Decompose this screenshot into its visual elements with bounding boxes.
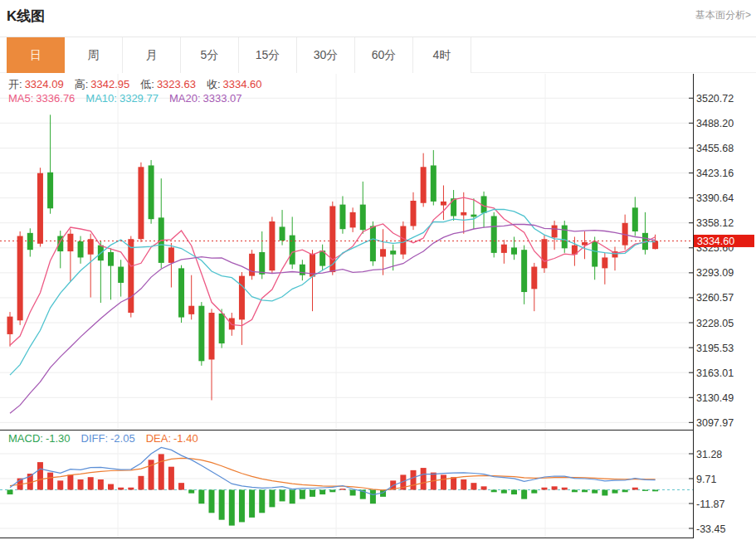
svg-text:-11.87: -11.87 bbox=[696, 499, 725, 510]
readout-pair: MACD:-1.30 bbox=[8, 432, 71, 445]
svg-text:3358.12: 3358.12 bbox=[696, 217, 734, 229]
svg-text:3260.57: 3260.57 bbox=[696, 292, 734, 304]
readout-pair: MA5:3336.76 bbox=[8, 92, 75, 105]
readout-pair: DEA:-1.40 bbox=[146, 432, 198, 445]
svg-text:3390.64: 3390.64 bbox=[696, 192, 734, 204]
readout-pair: 低:3323.63 bbox=[140, 78, 196, 90]
interval-tab-7[interactable]: 4时 bbox=[413, 37, 471, 73]
readout-pair: DIFF:-2.05 bbox=[81, 432, 135, 445]
readout-pair: 收:3334.60 bbox=[207, 78, 262, 90]
svg-text:3455.68: 3455.68 bbox=[696, 143, 734, 154]
svg-text:3488.20: 3488.20 bbox=[696, 118, 734, 129]
svg-text:3334.60: 3334.60 bbox=[697, 236, 734, 247]
interval-tab-6[interactable]: 60分 bbox=[355, 37, 413, 73]
interval-tab-0[interactable]: 日 bbox=[7, 37, 65, 73]
svg-text:3163.01: 3163.01 bbox=[696, 367, 734, 379]
interval-tab-band: 日周月5分15分30分60分4时 bbox=[0, 36, 756, 73]
kline-page: { "header": { "title": "K线图", "link": "基… bbox=[0, 0, 756, 540]
axis-labels: 3520.723488.203455.683423.163390.643358.… bbox=[689, 93, 734, 535]
header: K线图 基本面分析> bbox=[0, 0, 756, 36]
interval-tab-5[interactable]: 30分 bbox=[297, 37, 355, 73]
ohlc-readout: 开:3324.09高:3342.95低:3323.63收:3334.60 bbox=[8, 77, 273, 92]
svg-text:3097.97: 3097.97 bbox=[696, 417, 734, 429]
readout-pair: 开:3324.09 bbox=[8, 78, 64, 90]
svg-text:3228.05: 3228.05 bbox=[696, 318, 734, 329]
svg-text:3520.72: 3520.72 bbox=[696, 93, 734, 105]
page-title: K线图 bbox=[7, 7, 45, 26]
interval-tab-2[interactable]: 月 bbox=[123, 37, 181, 73]
svg-text:3293.09: 3293.09 bbox=[696, 267, 734, 279]
svg-text:3130.49: 3130.49 bbox=[696, 392, 734, 404]
svg-text:31.28: 31.28 bbox=[696, 449, 722, 460]
readout-pair: 高:3342.95 bbox=[75, 78, 130, 90]
svg-text:3423.16: 3423.16 bbox=[696, 168, 734, 179]
svg-text:-33.45: -33.45 bbox=[696, 523, 725, 535]
svg-text:9.71: 9.71 bbox=[696, 474, 716, 485]
readout-pair: MA10:3329.77 bbox=[85, 92, 159, 105]
svg-text:3195.53: 3195.53 bbox=[696, 343, 734, 354]
candles bbox=[7, 114, 659, 400]
interval-tab-4[interactable]: 15分 bbox=[239, 37, 297, 73]
ma-readout: MA5:3336.76MA10:3329.77MA20:3333.07 bbox=[8, 92, 253, 105]
macd-readout: MACD:-1.30DIFF:-2.05DEA:-1.40 bbox=[8, 432, 209, 445]
dea-line bbox=[10, 458, 656, 489]
current-price-tag: 3334.60 bbox=[694, 235, 754, 247]
interval-tab-3[interactable]: 5分 bbox=[181, 37, 239, 73]
interval-tabs: 日周月5分15分30分60分4时 bbox=[7, 37, 471, 73]
interval-tab-1[interactable]: 周 bbox=[65, 37, 123, 73]
readout-pair: MA20:3333.07 bbox=[169, 92, 242, 105]
fundamental-analysis-link[interactable]: 基本面分析> bbox=[695, 8, 751, 22]
